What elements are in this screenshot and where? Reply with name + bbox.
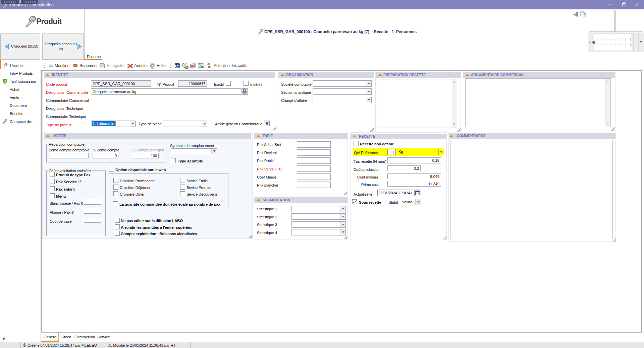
svg-text:14: 14 xyxy=(416,192,419,195)
svg-text:14: 14 xyxy=(176,65,179,68)
svg-text:15: 15 xyxy=(185,66,188,68)
svg-text:AB: AB xyxy=(243,90,246,92)
